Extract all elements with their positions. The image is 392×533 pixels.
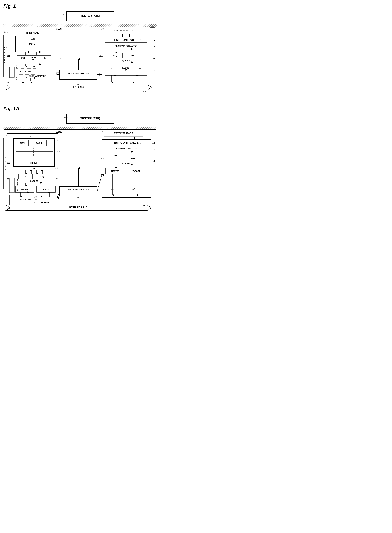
txq-l: TXQ	[23, 176, 28, 178]
ip-test-ports1a: IP TEST PORTS	[5, 157, 6, 170]
tdf: TEST DATA FORMATTER	[115, 45, 137, 47]
in-l: IN	[44, 57, 46, 59]
ip-block-ref: 130	[3, 31, 6, 33]
svg-rect-46	[60, 70, 97, 80]
test-controller: TEST CONTROLLER	[112, 38, 140, 42]
ref-142: 142	[55, 167, 58, 169]
ref-108: 108	[56, 72, 60, 74]
fif-r-ref: 120	[152, 69, 155, 71]
fabric: FABRIC	[73, 86, 84, 89]
master-r: MASTER	[111, 170, 119, 172]
queues-ref: 104	[152, 57, 155, 60]
fig1-diagram: TESTER (ATE) 100 SoC 102 TEST INTERFACE …	[3, 11, 157, 101]
txq: TXQ	[113, 55, 117, 57]
tdf-ref: 118	[152, 46, 155, 48]
svg-rect-104	[60, 186, 97, 196]
ip-block-ref1a: 130	[30, 135, 33, 138]
master-l: MASTER	[21, 188, 29, 190]
tc-ref: 114	[152, 39, 155, 41]
ip-block: IP BLOCK	[26, 32, 40, 35]
rxq: RXQ	[131, 55, 135, 57]
test-wrapper: TEST WRAPPER	[29, 75, 46, 77]
out-l: OUT	[21, 57, 25, 59]
fig1a-diagram: TESTER (ATE) 100 SoC 102 TEST INTERFACE …	[3, 113, 157, 212]
ref-110: 110	[59, 39, 62, 41]
ip1a: IP	[33, 167, 35, 170]
target-l: TARGET	[42, 188, 50, 190]
ref-122: 122	[7, 55, 10, 57]
tester-ref: 100	[63, 14, 66, 16]
ti1a-left: TEST INTERFACE	[16, 179, 18, 192]
ref-116: 116	[99, 55, 102, 57]
tester1a-ref: 100	[63, 116, 66, 118]
ref1a-116: 116	[99, 157, 102, 160]
tw1a: TEST WRAPPER	[32, 201, 50, 204]
ref1a-108: 108	[34, 198, 37, 200]
soc1a-label: SoC	[56, 130, 62, 133]
ip-test-ports: IP TEST PORTS	[3, 49, 5, 63]
queues1a-ref: 104	[152, 160, 155, 162]
ref1a-122: 122	[7, 162, 10, 164]
ref-128: 128	[59, 57, 62, 60]
soc-label: SoC	[56, 28, 62, 31]
tdf1a: TEST DATA FORMATTER	[115, 148, 137, 150]
fig1a-title: Fig. 1A	[3, 106, 160, 111]
in-r: IN	[139, 67, 141, 69]
test-config1a: TEST CONFIGURATION	[68, 189, 89, 191]
ref-110b: 110B	[55, 151, 60, 153]
svg-rect-4	[3, 24, 157, 27]
fig1-title: Fig. 1	[3, 3, 160, 9]
mem1a: MEM	[20, 142, 24, 144]
tc1a-ref: 114	[152, 142, 155, 144]
iosf-fabric: IOSF FABRIC	[69, 206, 88, 209]
fabric-if-l: FABRIC	[30, 57, 37, 59]
fabric-if-l2: I/F	[32, 59, 34, 61]
pass-through: Pass Through	[20, 70, 32, 72]
out-r: OUT	[110, 67, 114, 69]
queues1a: QUEUES	[122, 162, 130, 164]
soc1a-ref: 102	[151, 128, 154, 130]
rxq1a: RXQ	[131, 157, 135, 159]
ti1a-ref: 103	[101, 131, 104, 133]
svg-rect-37	[10, 67, 14, 77]
target-r: TARGET	[133, 170, 140, 172]
cache1a: CACHE	[36, 142, 42, 144]
scan-chains: SCAN CHAINS	[33, 145, 35, 156]
queues: QUEUES	[122, 60, 130, 62]
txq1a: TXQ	[112, 157, 116, 159]
ti-ref: 103	[101, 28, 104, 30]
pass-through1a: Pass Through	[20, 198, 32, 200]
queues-l: QUEUES	[30, 180, 38, 182]
ti1a-top: TEST INTERFACE	[114, 132, 133, 134]
ref-140: 140	[55, 177, 58, 179]
svg-rect-55	[3, 127, 157, 130]
core: CORE	[29, 43, 37, 46]
tester1a: TESTER (ATE)	[80, 117, 100, 120]
rxq-l: RXQ	[40, 176, 44, 178]
fabric-ref: 106	[142, 91, 145, 93]
tc1a: TEST CONTROLLER	[112, 141, 140, 144]
core-ref: 126	[32, 38, 35, 40]
tc1a-ref2: 112	[77, 197, 80, 199]
fabric-if-r-label: FABRIC	[122, 67, 129, 69]
iosf-ref: 106	[142, 205, 145, 206]
fabric-if-r-label2: I/F	[125, 69, 127, 71]
tdf1a-ref: 118	[152, 148, 155, 150]
test-interface-top: TEST INTERFACE	[114, 29, 133, 32]
test-config: TEST CONFIGURATION	[68, 72, 89, 75]
ref-124: 124	[6, 81, 9, 83]
ref-138: 138	[33, 196, 37, 198]
soc-ref: 102	[151, 26, 154, 28]
tester-label: TESTER (ATE)	[80, 14, 100, 17]
svg-rect-96	[9, 178, 14, 192]
core1a: CORE	[30, 162, 38, 165]
core1a-ref: 126A	[55, 140, 60, 142]
